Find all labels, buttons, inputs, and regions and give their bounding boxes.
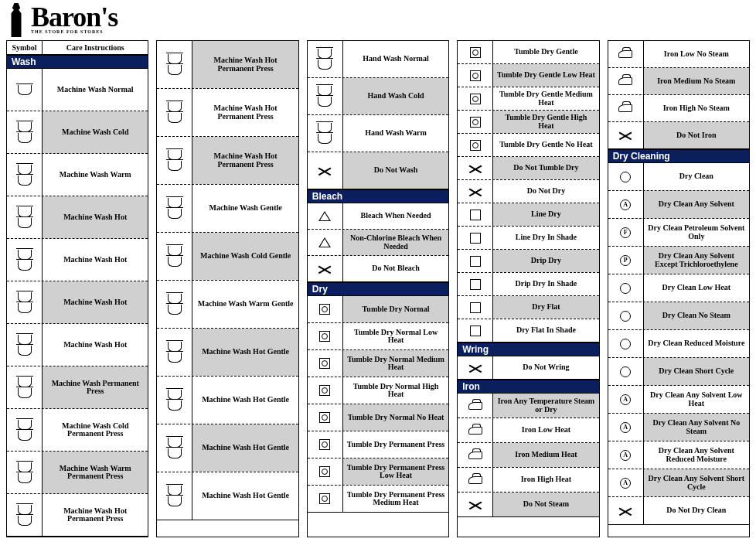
care-label: Do Not Wash <box>343 152 448 189</box>
care-label: Dry Clean No Steam <box>644 302 749 329</box>
care-row: Machine Wash Warm Permanent Press <box>7 452 148 494</box>
care-row: Bleach When Needed <box>308 203 448 230</box>
care-symbol-icon <box>308 296 343 322</box>
care-row: Drip Dry In Shade <box>458 273 598 296</box>
column-2: Machine Wash Hot Permanent PressMachine … <box>156 40 298 537</box>
care-symbol-icon: P <box>608 247 644 274</box>
care-row: Machine Wash Cold Gentle <box>157 233 298 281</box>
care-row: ADry Clean Any Solvent No Steam <box>608 414 749 441</box>
care-row: Do Not Dry <box>458 180 598 203</box>
care-row: Iron Low No Steam <box>608 41 749 68</box>
care-symbol-icon <box>157 329 192 376</box>
care-label: Tumble Dry Normal Low Heat <box>343 323 448 349</box>
care-symbol-icon <box>157 281 192 328</box>
care-symbol-icon <box>608 330 644 357</box>
care-row: Dry Clean Reduced Moisture <box>608 330 749 358</box>
care-symbol-icon <box>458 64 493 87</box>
care-row: Dry Clean Low Heat <box>608 274 749 302</box>
care-symbol-icon: A <box>608 386 644 413</box>
care-row: Tumble Dry Gentle Medium Heat <box>458 87 598 111</box>
care-label: Machine Wash Cold Gentle <box>192 233 298 280</box>
care-label: Drip Dry <box>493 250 598 272</box>
care-label: Machine Wash Hot Permanent Press <box>192 41 298 88</box>
care-row: Machine Wash Hot <box>7 281 148 324</box>
care-symbol-icon <box>458 41 493 63</box>
care-row: Iron High No Steam <box>608 95 749 122</box>
care-symbol-icon <box>7 452 43 493</box>
care-symbol-icon: F <box>608 219 644 246</box>
section-wash: Wash <box>7 55 148 69</box>
care-label: Iron High No Steam <box>644 95 749 121</box>
care-label: Hand Wash Warm <box>343 115 448 152</box>
care-symbol-icon <box>458 273 493 295</box>
care-label: Iron Low Heat <box>493 418 598 442</box>
care-symbol-icon <box>7 494 43 536</box>
care-symbol-icon <box>308 377 343 404</box>
care-row: Tumble Dry Permanent Press Low Heat <box>308 458 448 486</box>
care-label: Tumble Dry Gentle No Heat <box>493 134 598 156</box>
section-dry: Dry <box>308 282 448 296</box>
care-symbol-icon <box>7 111 43 153</box>
care-symbol-icon <box>7 69 43 111</box>
care-symbol-icon: A <box>608 469 644 496</box>
care-row: Do Not Wash <box>308 152 448 189</box>
care-row: Machine Wash Hot Gentle <box>157 472 298 520</box>
care-row: Machine Wash Warm Gentle <box>157 281 298 329</box>
logo: Baron's THE STORE FOR STORES <box>6 3 750 37</box>
care-row: Machine Wash Hot Permanent Press <box>157 137 298 185</box>
brand-name: Baron's <box>31 6 117 29</box>
column-4: Tumble Dry GentleTumble Dry Gentle Low H… <box>457 40 599 537</box>
care-row: Machine Wash Warm <box>7 154 148 196</box>
care-label: Tumble Dry Gentle <box>493 41 598 63</box>
care-row: Tumble Dry Permanent Press <box>308 431 448 458</box>
care-symbol-icon <box>458 87 493 110</box>
care-row: Iron Any Temperature Steam or Dry <box>458 394 598 418</box>
care-row: Machine Wash Hot <box>7 196 148 239</box>
care-row: Machine Wash Hot <box>7 324 148 366</box>
care-symbol-icon <box>308 230 343 255</box>
care-label: Iron Medium No Steam <box>644 68 749 94</box>
header-symbol: Symbol <box>7 41 43 54</box>
care-label: Machine Wash Hot Gentle <box>192 329 298 376</box>
care-symbol-icon <box>308 350 343 377</box>
care-symbol-icon <box>157 472 192 520</box>
care-row: Tumble Dry Gentle <box>458 41 598 64</box>
care-label: Dry Clean <box>644 163 749 190</box>
care-row: Machine Wash Permanent Press <box>7 366 148 409</box>
chart-columns: Symbol Care Instructions Wash Machine Wa… <box>6 40 750 537</box>
care-symbol-icon <box>458 468 493 492</box>
care-label: Iron High Heat <box>493 468 598 492</box>
care-label: Bleach When Needed <box>343 203 448 229</box>
care-row: Iron High Heat <box>458 468 598 493</box>
care-label: Tumble Dry Normal High Heat <box>343 377 448 404</box>
care-row: Dry Clean No Steam <box>608 302 749 330</box>
care-row: Do Not Steam <box>458 493 598 517</box>
care-label: Tumble Dry Gentle High Heat <box>493 111 598 133</box>
care-symbol-icon <box>458 134 493 156</box>
care-label: Iron Low No Steam <box>644 41 749 67</box>
care-row: ADry Clean Any Solvent Short Cycle <box>608 469 749 497</box>
care-symbol-icon <box>458 227 493 249</box>
care-label: Non-Chlorine Bleach When Needed <box>343 230 448 255</box>
care-row: ADry Clean Any Solvent Reduced Moisture <box>608 441 749 469</box>
care-symbol-icon <box>458 319 493 342</box>
care-label: Machine Wash Gentle <box>192 185 298 232</box>
care-label: Iron Medium Heat <box>493 443 598 467</box>
column-3: Hand Wash NormalHand Wash ColdHand Wash … <box>307 40 449 537</box>
care-row: Machine Wash Cold Permanent Press <box>7 409 148 452</box>
care-symbol-icon <box>7 154 43 196</box>
care-row: Drip Dry <box>458 250 598 273</box>
care-label: Machine Wash Warm Permanent Press <box>43 452 148 493</box>
column-header: Symbol Care Instructions <box>7 41 148 55</box>
care-symbol-icon <box>308 404 343 431</box>
care-symbol-icon <box>308 152 343 189</box>
care-symbol-icon <box>157 233 192 280</box>
care-row: Tumble Dry Normal No Heat <box>308 404 448 431</box>
care-label: Do Not Tumble Dry <box>493 157 598 179</box>
care-label: Dry Clean Petroleum Solvent Only <box>644 219 749 246</box>
care-label: Dry Clean Any Solvent Except Trichloroet… <box>644 247 749 274</box>
care-symbol-icon <box>608 122 644 148</box>
care-row: Hand Wash Normal <box>308 41 448 78</box>
column-5: Iron Low No SteamIron Medium No SteamIro… <box>608 40 750 537</box>
care-row: Machine Wash Hot Permanent Press <box>7 494 148 537</box>
